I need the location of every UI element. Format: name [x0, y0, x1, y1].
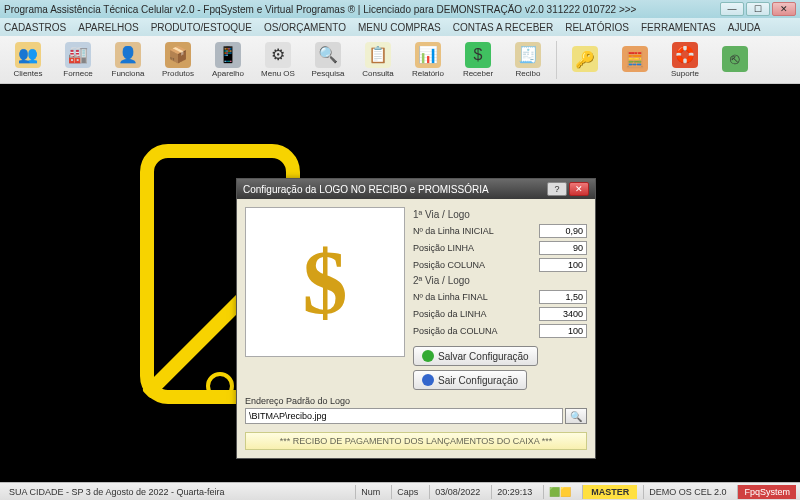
statusbar: SUA CIDADE - SP 3 de Agosto de 2022 - Qu… [0, 482, 800, 500]
menubar: CADASTROSAPARELHOSPRODUTO/ESTOQUEOS/ORÇA… [0, 18, 800, 36]
logo-preview: $ [245, 207, 405, 357]
f2-input[interactable] [539, 241, 587, 255]
menu os-icon: ⚙ [265, 42, 291, 68]
minimize-button[interactable]: — [720, 2, 744, 16]
status-num: Num [355, 485, 385, 499]
recibo-icon: 🧾 [515, 42, 541, 68]
toolbar-label: Receber [463, 69, 493, 78]
toolbar-label: Pesquisa [312, 69, 345, 78]
toolbar-btn14[interactable]: ⎋ [711, 38, 759, 82]
path-label: Endereço Padrão do Logo [245, 396, 587, 406]
window-titlebar: Programa Assistência Técnica Celular v2.… [0, 0, 800, 18]
dialog-titlebar: Configuração da LOGO NO RECIBO e PROMISS… [237, 179, 595, 199]
window-buttons: — ☐ ✕ [720, 2, 796, 16]
toolbar: 👥Clientes🏭Fornece👤Funciona📦Produtos📱Apar… [0, 36, 800, 84]
fornece-icon: 🏭 [65, 42, 91, 68]
toolbar-consulta[interactable]: 📋Consulta [354, 38, 402, 82]
window-title: Programa Assistência Técnica Celular v2.… [4, 4, 720, 15]
f5-input[interactable] [539, 307, 587, 321]
btn14-icon: ⎋ [722, 46, 748, 72]
toolbar-clientes[interactable]: 👥Clientes [4, 38, 52, 82]
menu-contas a receber[interactable]: CONTAS A RECEBER [453, 22, 553, 33]
status-time: 20:29:13 [491, 485, 537, 499]
dialog-help-button[interactable]: ? [547, 182, 567, 196]
menu-aparelhos[interactable]: APARELHOS [78, 22, 138, 33]
status-date: 03/08/2022 [429, 485, 485, 499]
fields-panel: 1ª Via / Logo Nº da Linha INICIAL Posiçã… [413, 207, 587, 390]
menu-relatórios[interactable]: RELATÓRIOS [565, 22, 629, 33]
f1-input[interactable] [539, 224, 587, 238]
toolbar-relatório[interactable]: 📊Relatório [404, 38, 452, 82]
maximize-button[interactable]: ☐ [746, 2, 770, 16]
toolbar-separator [556, 41, 557, 79]
toolbar-menu os[interactable]: ⚙Menu OS [254, 38, 302, 82]
save-config-button[interactable]: Salvar Configuração [413, 346, 538, 366]
f3-input[interactable] [539, 258, 587, 272]
toolbar-pesquisa[interactable]: 🔍Pesquisa [304, 38, 352, 82]
dialog-body: $ 1ª Via / Logo Nº da Linha INICIAL Posi… [237, 199, 595, 458]
clientes-icon: 👥 [15, 42, 41, 68]
toolbar-label: Fornece [63, 69, 92, 78]
dialog-title: Configuração da LOGO NO RECIBO e PROMISS… [243, 184, 545, 195]
status-location: SUA CIDADE - SP 3 de Agosto de 2022 - Qu… [4, 485, 349, 499]
close-button[interactable]: ✕ [772, 2, 796, 16]
f5-label: Posição da LINHA [413, 309, 539, 319]
toolbar-aparelho[interactable]: 📱Aparelho [204, 38, 252, 82]
f2-label: Posição LINHA [413, 243, 539, 253]
menu-menu compras[interactable]: MENU COMPRAS [358, 22, 441, 33]
pesquisa-icon: 🔍 [315, 42, 341, 68]
toolbar-funciona[interactable]: 👤Funciona [104, 38, 152, 82]
menu-produto/estoque[interactable]: PRODUTO/ESTOQUE [151, 22, 252, 33]
toolbar-label: Suporte [671, 69, 699, 78]
status-master: MASTER [582, 485, 637, 499]
logo-config-dialog: Configuração da LOGO NO RECIBO e PROMISS… [236, 178, 596, 459]
btn12-icon: 🧮 [622, 46, 648, 72]
toolbar-suporte[interactable]: 🛟Suporte [661, 38, 709, 82]
toolbar-label: Recibo [516, 69, 541, 78]
funciona-icon: 👤 [115, 42, 141, 68]
f6-label: Posição da COLUNA [413, 326, 539, 336]
menu-ajuda[interactable]: AJUDA [728, 22, 761, 33]
status-caps: Caps [391, 485, 423, 499]
browse-button[interactable]: 🔍 [565, 408, 587, 424]
btn11-icon: 🔑 [572, 46, 598, 72]
toolbar-label: Relatório [412, 69, 444, 78]
status-demo: DEMO OS CEL 2.0 [643, 485, 731, 499]
status-brand: FpqSystem [737, 485, 796, 499]
dialog-close-button[interactable]: ✕ [569, 182, 589, 196]
f4-label: Nº da Linha FINAL [413, 292, 539, 302]
exit-icon [422, 374, 434, 386]
toolbar-btn11[interactable]: 🔑 [561, 38, 609, 82]
toolbar-btn12[interactable]: 🧮 [611, 38, 659, 82]
menu-cadastros[interactable]: CADASTROS [4, 22, 66, 33]
toolbar-label: Produtos [162, 69, 194, 78]
consulta-icon: 📋 [365, 42, 391, 68]
toolbar-recibo[interactable]: 🧾Recibo [504, 38, 552, 82]
dialog-footer: *** RECIBO DE PAGAMENTO DOS LANÇAMENTOS … [245, 432, 587, 450]
toolbar-label: Funciona [112, 69, 145, 78]
relatório-icon: 📊 [415, 42, 441, 68]
toolbar-produtos[interactable]: 📦Produtos [154, 38, 202, 82]
main-area: A LAR Configuração da LOGO NO RECIBO e P… [0, 84, 800, 482]
aparelho-icon: 📱 [215, 42, 241, 68]
f1-label: Nº da Linha INICIAL [413, 226, 539, 236]
status-flag: 🟩🟨 [543, 485, 576, 499]
f4-input[interactable] [539, 290, 587, 304]
toolbar-label: Clientes [14, 69, 43, 78]
toolbar-receber[interactable]: $Receber [454, 38, 502, 82]
section2-label: 2ª Via / Logo [413, 275, 587, 286]
menu-ferramentas[interactable]: FERRAMENTAS [641, 22, 716, 33]
receber-icon: $ [465, 42, 491, 68]
logo-path-input[interactable] [245, 408, 563, 424]
toolbar-fornece[interactable]: 🏭Fornece [54, 38, 102, 82]
suporte-icon: 🛟 [672, 42, 698, 68]
logo-path-row: Endereço Padrão do Logo 🔍 [245, 396, 587, 424]
toolbar-label: Menu OS [261, 69, 295, 78]
toolbar-label: Consulta [362, 69, 394, 78]
menu-os/orçamento[interactable]: OS/ORÇAMENTO [264, 22, 346, 33]
toolbar-label: Aparelho [212, 69, 244, 78]
f6-input[interactable] [539, 324, 587, 338]
f3-label: Posição COLUNA [413, 260, 539, 270]
exit-config-button[interactable]: Sair Configuração [413, 370, 527, 390]
section1-label: 1ª Via / Logo [413, 209, 587, 220]
